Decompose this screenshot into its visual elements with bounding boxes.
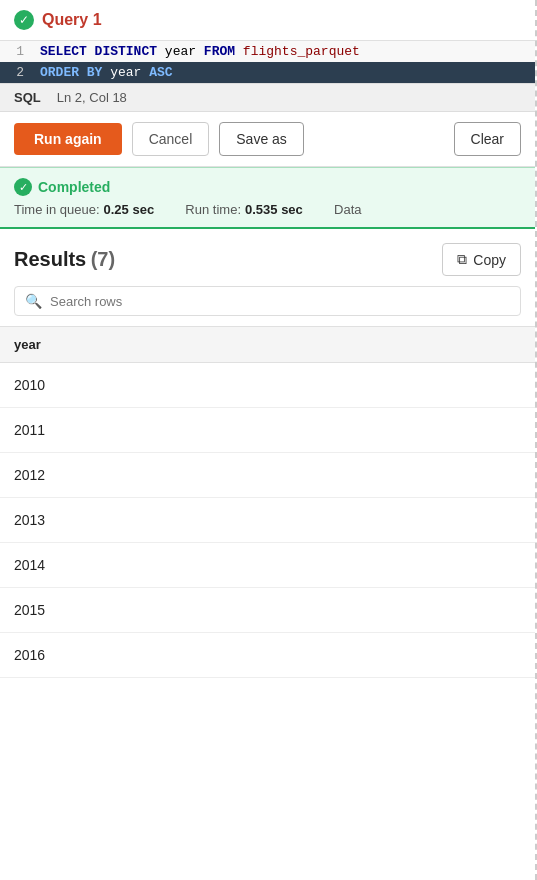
results-table: year 2010201120122013201420152016 (0, 326, 535, 678)
code-text: year (110, 65, 149, 80)
table-header: year (0, 327, 535, 363)
copy-label: Copy (473, 252, 506, 268)
table-row: 2013 (0, 498, 535, 543)
completed-status-text: Completed (38, 179, 110, 195)
table-header-row: year (0, 327, 535, 363)
line-number-2: 2 (0, 65, 36, 80)
status-bar: SQL Ln 2, Col 18 (0, 84, 535, 112)
table-row: 2014 (0, 543, 535, 588)
time-in-queue-value: 0.25 sec (104, 202, 155, 217)
results-title: Results (14, 248, 86, 270)
cursor-position: Ln 2, Col 18 (57, 90, 127, 105)
keyword: ORDER BY (40, 65, 110, 80)
column-header-year: year (0, 327, 535, 363)
table-row: 2012 (0, 453, 535, 498)
search-icon: 🔍 (25, 293, 42, 309)
code-line-1[interactable]: 1 SELECT DISTINCT year FROM flights_parq… (0, 41, 535, 62)
completed-banner: ✓ Completed Time in queue: 0.25 sec Run … (0, 167, 535, 229)
cell-year: 2013 (0, 498, 535, 543)
search-input[interactable] (50, 294, 510, 309)
query-title: Query 1 (42, 11, 102, 29)
cell-year: 2016 (0, 633, 535, 678)
time-in-queue-label: Time in queue: (14, 202, 100, 217)
language-indicator: SQL (14, 90, 41, 105)
search-box: 🔍 (14, 286, 521, 316)
table-row: 2015 (0, 588, 535, 633)
table-row: 2011 (0, 408, 535, 453)
clear-button[interactable]: Clear (454, 122, 521, 156)
copy-icon: ⧉ (457, 251, 467, 268)
search-container: 🔍 (0, 286, 535, 326)
code-text: year (165, 44, 204, 59)
results-header: Results (7) ⧉ Copy (0, 229, 535, 286)
results-title-group: Results (7) (14, 248, 115, 271)
run-time-value: 0.535 sec (245, 202, 303, 217)
data-label: Data (334, 202, 361, 217)
keyword: ASC (149, 65, 172, 80)
cell-year: 2010 (0, 363, 535, 408)
query-check-icon: ✓ (14, 10, 34, 30)
keyword: FROM (204, 44, 243, 59)
toolbar: Run again Cancel Save as Clear (0, 112, 535, 167)
results-count: (7) (91, 248, 115, 270)
stat-separator-1 (166, 202, 173, 217)
completed-row: ✓ Completed (14, 178, 521, 196)
cancel-button[interactable]: Cancel (132, 122, 210, 156)
cell-year: 2014 (0, 543, 535, 588)
code-editor[interactable]: 1 SELECT DISTINCT year FROM flights_parq… (0, 41, 535, 84)
cell-year: 2015 (0, 588, 535, 633)
table-row: 2016 (0, 633, 535, 678)
save-as-button[interactable]: Save as (219, 122, 304, 156)
code-line-2[interactable]: 2 ORDER BY year ASC (0, 62, 535, 83)
completed-check-icon: ✓ (14, 178, 32, 196)
line-number-1: 1 (0, 44, 36, 59)
cell-year: 2012 (0, 453, 535, 498)
function-name: flights_parquet (243, 44, 360, 59)
run-time-label: Run time: (185, 202, 241, 217)
copy-button[interactable]: ⧉ Copy (442, 243, 521, 276)
completed-stats: Time in queue: 0.25 sec Run time: 0.535 … (14, 202, 521, 217)
code-content-1: SELECT DISTINCT year FROM flights_parque… (36, 44, 535, 59)
cell-year: 2011 (0, 408, 535, 453)
table-body: 2010201120122013201420152016 (0, 363, 535, 678)
keyword: SELECT DISTINCT (40, 44, 165, 59)
run-again-button[interactable]: Run again (14, 123, 122, 155)
query-header: ✓ Query 1 (0, 0, 535, 41)
code-content-2: ORDER BY year ASC (36, 65, 535, 80)
table-row: 2010 (0, 363, 535, 408)
stat-separator-2 (315, 202, 322, 217)
